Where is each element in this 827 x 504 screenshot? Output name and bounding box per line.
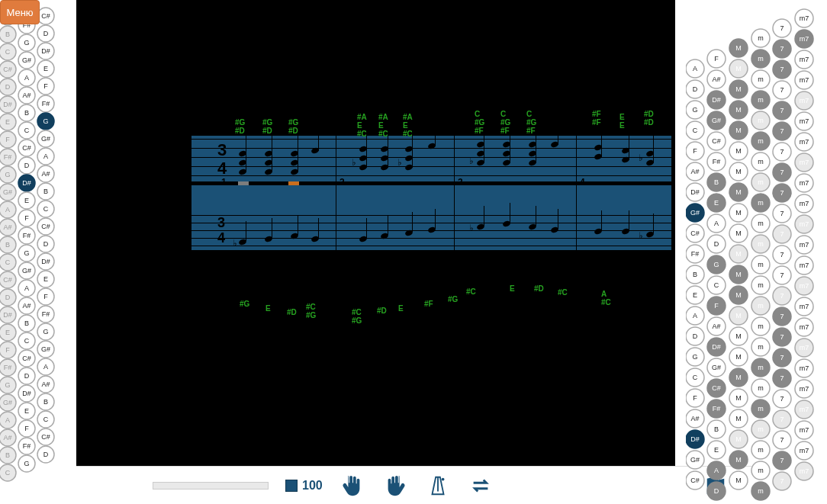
note-flag bbox=[76, 94, 82, 103]
left-key-label: C# bbox=[41, 12, 50, 20]
right-key-label: E bbox=[693, 291, 697, 299]
left-key-label: D bbox=[43, 451, 49, 458]
left-key-label: E bbox=[43, 65, 48, 72]
right-key-label: F bbox=[714, 55, 719, 63]
left-key-label: F bbox=[5, 346, 10, 354]
bass-note-stem bbox=[536, 206, 536, 226]
bass-note-stem bbox=[246, 221, 246, 241]
left-key-label: F# bbox=[4, 364, 12, 371]
right-key-label: m7 bbox=[800, 14, 809, 22]
right-key-label: G# bbox=[712, 364, 721, 371]
left-key-label: D# bbox=[3, 101, 12, 108]
bass-annotation: #C bbox=[558, 288, 568, 297]
score-scroll[interactable]: 𝄞𝄢34341234#G#D#G#D#G#D#AE#C#AE#C#AE#CC#G… bbox=[76, 0, 675, 466]
bass-note-stem bbox=[318, 218, 319, 238]
right-key-label: 7 bbox=[780, 374, 784, 382]
left-key-label: E bbox=[5, 329, 10, 336]
right-key-label: 7 bbox=[780, 107, 784, 114]
right-key-label: D# bbox=[712, 343, 721, 351]
right-key-label: D# bbox=[690, 435, 700, 443]
right-key-label: D bbox=[693, 332, 698, 340]
left-key-label: B bbox=[24, 109, 29, 117]
right-key-label: m bbox=[758, 323, 764, 330]
note-stem bbox=[558, 125, 558, 145]
note-flag bbox=[76, 149, 82, 158]
right-key-label: G# bbox=[712, 117, 721, 124]
right-key-label: m bbox=[758, 487, 764, 495]
left-key-label: C# bbox=[41, 223, 50, 230]
right-key-label: C# bbox=[712, 384, 721, 392]
bass-annotation: #G bbox=[448, 295, 458, 303]
left-key-label: C bbox=[24, 127, 30, 134]
treble-line bbox=[191, 175, 671, 176]
right-key-label: M bbox=[735, 394, 742, 402]
left-key-label: A bbox=[24, 74, 29, 82]
menu-button[interactable]: Меню bbox=[0, 0, 40, 24]
right-key-label: m bbox=[758, 467, 764, 474]
left-key-label: A# bbox=[41, 170, 50, 178]
bass-annotation: #D bbox=[287, 308, 297, 316]
right-key-label: A# bbox=[712, 323, 720, 330]
flat-accidental: ♭ bbox=[397, 157, 402, 168]
left-key-label: G# bbox=[3, 188, 12, 196]
loop-button[interactable] bbox=[468, 473, 494, 499]
measure-number: 1 bbox=[221, 177, 227, 188]
flat-accidental: ♭ bbox=[469, 156, 474, 166]
right-key-label: 7 bbox=[780, 271, 784, 279]
right-key-label: M bbox=[735, 106, 742, 114]
right-key-label: 7 bbox=[780, 416, 784, 423]
right-key-label: 7 bbox=[780, 477, 784, 485]
right-key-label: m bbox=[758, 343, 764, 351]
tempo-indicator[interactable]: 100 bbox=[285, 479, 323, 493]
right-key-label: M bbox=[735, 374, 742, 381]
treble-annotation: #G#D bbox=[262, 118, 272, 135]
left-key-label: F bbox=[43, 293, 48, 300]
right-key-label: m7 bbox=[800, 467, 809, 475]
right-key-label: D bbox=[714, 240, 719, 248]
left-hand-button[interactable] bbox=[339, 473, 365, 499]
treble-line bbox=[191, 139, 671, 140]
right-key-label: m7 bbox=[800, 56, 809, 63]
right-key-label: 7 bbox=[780, 127, 784, 135]
bass-annotation: #C bbox=[466, 287, 476, 296]
bass-line bbox=[191, 223, 671, 223]
right-key-label: m7 bbox=[800, 364, 809, 372]
right-key-label: m bbox=[758, 446, 764, 454]
right-key-label: m7 bbox=[800, 97, 809, 104]
bass-annotation: #C#G bbox=[306, 303, 316, 319]
left-keyboard-svg[interactable]: A#BCC#DD#EFF#GG#AA#BCC#DD#EFF#GG#AA#BCFF… bbox=[0, 0, 76, 503]
right-keyboard-svg[interactable]: ADGCFA#D#G#C#F#BEADGCFA#D#G#C#FA#D#G#C#F… bbox=[686, 0, 827, 504]
note-stem bbox=[388, 130, 388, 168]
left-key-label: F bbox=[5, 136, 10, 143]
right-key-label: D bbox=[714, 487, 719, 495]
left-key-label: D bbox=[24, 162, 30, 169]
right-key-label: G# bbox=[690, 456, 700, 464]
right-key-label: m7 bbox=[800, 262, 809, 269]
left-key-label: E bbox=[24, 197, 29, 204]
right-key-label: 7 bbox=[780, 189, 784, 197]
bass-annotation: #C#G bbox=[352, 308, 362, 325]
right-key-label: E bbox=[714, 199, 719, 207]
note-stem bbox=[601, 128, 602, 157]
right-key-label: m7 bbox=[800, 426, 809, 434]
right-key-label: 7 bbox=[780, 24, 784, 32]
metronome-button[interactable] bbox=[425, 473, 451, 499]
right-key-label: C# bbox=[690, 477, 700, 484]
left-key-label: F# bbox=[42, 310, 50, 318]
left-key-label: D# bbox=[41, 258, 50, 265]
right-key-label: m bbox=[758, 199, 764, 207]
left-key-label: G bbox=[5, 381, 10, 389]
right-key-label: m bbox=[758, 96, 764, 104]
progress-bar[interactable] bbox=[153, 482, 269, 490]
bass-annotation: E bbox=[265, 304, 271, 313]
right-key-label: M bbox=[735, 353, 742, 361]
right-key-label: B bbox=[693, 271, 697, 278]
note-stem bbox=[484, 125, 484, 163]
left-key-label: C# bbox=[22, 355, 31, 362]
right-key-label: D bbox=[693, 85, 698, 93]
right-hand-button[interactable] bbox=[382, 473, 408, 499]
left-key-label: C# bbox=[3, 66, 12, 73]
bass-time-top: 3 bbox=[217, 215, 225, 231]
right-key-label: m7 bbox=[800, 241, 809, 249]
right-key-label: 7 bbox=[780, 354, 784, 361]
